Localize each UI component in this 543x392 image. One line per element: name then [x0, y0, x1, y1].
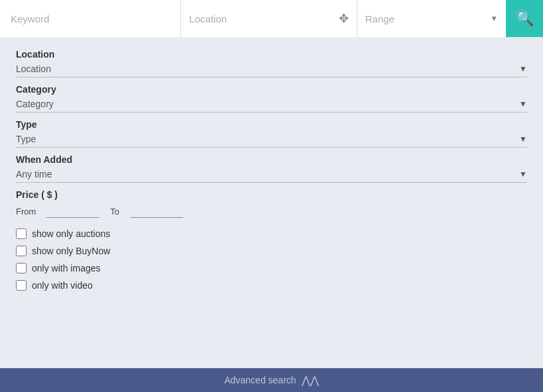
auction-checkbox[interactable] [16, 228, 27, 239]
type-filter-label: Type [16, 119, 527, 130]
buynow-checkbox[interactable] [16, 246, 27, 256]
when-added-filter-section: When Added Any time ▼ [16, 154, 527, 183]
auction-label[interactable]: show only auctions [32, 228, 110, 239]
list-item: show only BuyNow [16, 246, 527, 256]
price-from-label: From [16, 207, 36, 217]
location-filter-section: Location Location ▼ [16, 49, 527, 77]
images-checkbox[interactable] [16, 263, 27, 273]
type-filter-section: Type Type ▼ [16, 119, 527, 148]
type-arrow-icon: ▼ [519, 134, 527, 144]
images-label[interactable]: only with images [32, 263, 101, 273]
price-label: Price ( $ ) [16, 189, 527, 200]
category-arrow-icon: ▼ [519, 99, 527, 109]
price-inputs: From To [16, 205, 527, 218]
category-filter-section: Category Category ▼ [16, 84, 527, 113]
search-icon: 🔍 [516, 10, 534, 27]
category-select-wrap: Category ▼ [16, 99, 527, 113]
main-container: ✥ Range ▼ 🔍 Location Location ▼ Category [0, 0, 543, 392]
advanced-search-label: Advanced search [224, 375, 296, 385]
list-item: only with video [16, 280, 527, 291]
range-wrap[interactable]: Range ▼ [357, 0, 506, 37]
checkboxes-section: show only auctions show only BuyNow only… [16, 228, 527, 291]
category-filter-label: Category [16, 84, 527, 95]
advanced-search-footer[interactable]: Advanced search ⋀⋀ [0, 368, 543, 392]
location-input-wrap: ✥ [180, 0, 356, 37]
search-bar: ✥ Range ▼ 🔍 [0, 0, 543, 37]
category-select[interactable]: Category [16, 99, 519, 109]
range-arrow-icon: ▼ [490, 14, 498, 23]
price-to-input[interactable] [130, 205, 183, 218]
location-input[interactable] [189, 13, 338, 24]
video-label[interactable]: only with video [32, 280, 93, 291]
video-checkbox[interactable] [16, 280, 27, 291]
type-select[interactable]: Type [16, 134, 519, 144]
type-select-wrap: Type ▼ [16, 134, 527, 148]
filter-panel: Location Location ▼ Category Category ▼ … [0, 37, 543, 368]
price-from-input[interactable] [46, 205, 99, 218]
list-item: show only auctions [16, 228, 527, 239]
buynow-label[interactable]: show only BuyNow [32, 246, 110, 256]
chevron-up-icon: ⋀⋀ [302, 374, 319, 387]
when-added-select-wrap: Any time ▼ [16, 169, 527, 183]
price-section: Price ( $ ) From To [16, 189, 527, 218]
when-added-filter-label: When Added [16, 154, 527, 165]
search-button[interactable]: 🔍 [506, 0, 543, 37]
location-arrow-icon: ▼ [519, 64, 527, 74]
location-select-wrap: Location ▼ [16, 64, 527, 77]
location-filter-label: Location [16, 49, 527, 60]
range-select[interactable]: Range [365, 13, 490, 24]
keyword-input[interactable] [0, 0, 180, 37]
list-item: only with images [16, 263, 527, 273]
crosshair-icon[interactable]: ✥ [339, 11, 349, 26]
price-to-label: To [110, 207, 119, 217]
when-added-arrow-icon: ▼ [519, 170, 527, 179]
when-added-select[interactable]: Any time [16, 169, 519, 179]
location-select[interactable]: Location [16, 64, 519, 74]
